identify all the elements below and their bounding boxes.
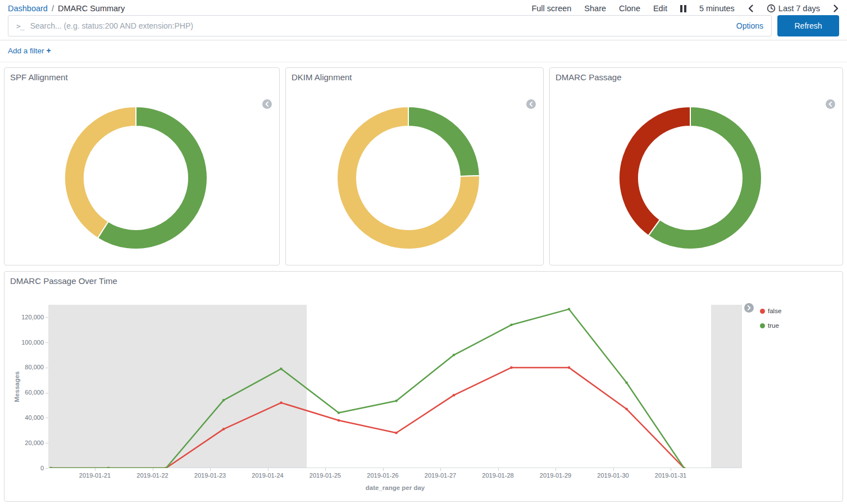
x-axis-tick [671, 468, 671, 471]
panel-title: SPF Allignment [4, 68, 279, 86]
y-axis-tick [45, 418, 48, 418]
x-axis-tick [613, 468, 614, 471]
panel-title: DKIM Alignment [286, 68, 543, 86]
y-axis-title: Messages [13, 371, 20, 402]
donut-slice-green[interactable] [408, 107, 480, 176]
legend-dot-true [760, 323, 765, 328]
data-point-true[interactable] [510, 324, 513, 327]
x-axis-label: 2019-01-26 [358, 472, 408, 479]
donut-slice-red[interactable] [619, 107, 690, 236]
data-point-true[interactable] [568, 308, 571, 311]
legend-item-false[interactable]: false [760, 307, 781, 315]
x-axis-title: date_range per day [48, 484, 742, 491]
timeline-line-chart: 020,00040,00060,00080,000100,000120,0002… [4, 272, 843, 501]
legend-dot-false [760, 309, 765, 314]
search-input[interactable] [30, 21, 730, 30]
data-point-true[interactable] [395, 400, 398, 402]
data-point-true[interactable] [625, 381, 628, 384]
y-axis-label: 40,000 [9, 414, 44, 421]
y-axis-tick [45, 443, 48, 443]
x-axis-tick [498, 468, 499, 471]
x-axis-tick [555, 468, 556, 471]
nav-clone[interactable]: Clone [619, 4, 640, 13]
add-filter-link[interactable]: Add a filter+ [8, 47, 51, 55]
y-axis-tick [45, 368, 48, 368]
data-point-false[interactable] [222, 428, 225, 430]
dashboard-menu: Full screen Share Clone Edit 5 minutes L… [531, 4, 839, 13]
filter-bar: Add a filter+ [0, 40, 847, 62]
x-axis-label: 2019-01-24 [243, 472, 293, 479]
x-axis-label: 2019-01-28 [473, 472, 523, 479]
y-axis-tick [45, 393, 48, 393]
y-axis-tick [45, 468, 48, 469]
y-axis-label: 80,000 [9, 364, 44, 370]
plus-icon: + [47, 46, 51, 55]
nav-full-screen[interactable]: Full screen [531, 4, 571, 13]
data-point-false[interactable] [625, 407, 628, 410]
donut-chart-dkim [334, 104, 482, 252]
y-axis-tick [45, 317, 48, 318]
x-axis-tick [153, 468, 153, 471]
x-axis-tick [383, 468, 384, 471]
time-range-label: Last 7 days [778, 4, 820, 13]
legend-label: false [768, 308, 781, 314]
chevron-left-icon[interactable] [748, 4, 754, 13]
x-axis-label: 2019-01-23 [185, 472, 235, 479]
panel-dmarc-over-time: DMARC Passage Over Time 020,00040,00060,… [4, 271, 843, 502]
chevron-right-icon[interactable] [833, 4, 839, 13]
data-point-false[interactable] [395, 432, 398, 434]
refresh-interval-picker[interactable]: 5 minutes [699, 4, 735, 13]
data-point-true[interactable] [338, 411, 340, 414]
y-axis-tick [45, 342, 48, 343]
query-prompt-icon: >_ [16, 22, 24, 30]
dashboard-grid: SPF Allignment DKIM Alignment DMARC Pass… [4, 67, 843, 502]
nav-share[interactable]: Share [584, 4, 606, 13]
pause-icon[interactable] [680, 5, 686, 12]
legend-collapse-icon[interactable] [526, 99, 536, 109]
y-axis-label: 100,000 [9, 339, 44, 346]
data-point-true[interactable] [280, 368, 283, 370]
panel-dkim-alignment: DKIM Alignment [285, 67, 544, 265]
data-point-false[interactable] [280, 401, 283, 404]
options-link[interactable]: Options [736, 21, 763, 30]
x-axis-tick [325, 468, 326, 471]
legend-item-list: falsetrue [760, 307, 781, 329]
donut-slice-yellow[interactable] [64, 107, 135, 238]
out-of-range-band [48, 305, 307, 468]
search-box: >_ Options [8, 15, 772, 36]
donut-chart-dmarc [616, 104, 764, 252]
data-point-false[interactable] [510, 366, 513, 369]
nav-edit[interactable]: Edit [653, 4, 667, 13]
y-axis-label: 20,000 [9, 439, 44, 446]
breadcrumb: Dashboard / DMARC Summary [8, 4, 125, 13]
legend-label: true [768, 322, 779, 329]
y-axis-label: 0 [9, 465, 44, 471]
panel-title: DMARC Passage [550, 68, 843, 86]
legend-collapse-icon[interactable] [262, 99, 272, 109]
data-point-true[interactable] [222, 399, 225, 402]
legend-collapse-icon[interactable] [826, 99, 835, 109]
panel-spf-alignment: SPF Allignment [4, 67, 280, 265]
top-nav-bar: Dashboard / DMARC Summary Full screen Sh… [0, 0, 847, 15]
x-axis-tick [440, 468, 441, 471]
breadcrumb-dashboard[interactable]: Dashboard [8, 4, 48, 13]
chart-legend: falsetrue [744, 303, 781, 336]
x-axis-label: 2019-01-22 [127, 472, 178, 479]
data-point-false[interactable] [453, 394, 456, 397]
out-of-range-band [711, 305, 742, 468]
x-axis-tick [210, 468, 211, 471]
data-point-false[interactable] [568, 366, 571, 369]
time-picker[interactable]: Last 7 days [767, 4, 820, 13]
query-bar: >_ Options Refresh [0, 15, 847, 40]
plot-area [48, 305, 742, 468]
x-axis-label: 2019-01-29 [530, 472, 581, 479]
x-axis-label: 2019-01-21 [70, 472, 120, 479]
x-axis-tick [95, 468, 95, 471]
breadcrumb-current: DMARC Summary [58, 4, 125, 13]
data-point-true[interactable] [453, 354, 456, 356]
data-point-false[interactable] [338, 419, 340, 422]
y-axis-label: 120,000 [9, 314, 44, 320]
refresh-button[interactable]: Refresh [777, 15, 839, 36]
donut-chart-spf [62, 104, 210, 252]
legend-item-true[interactable]: true [760, 322, 781, 329]
